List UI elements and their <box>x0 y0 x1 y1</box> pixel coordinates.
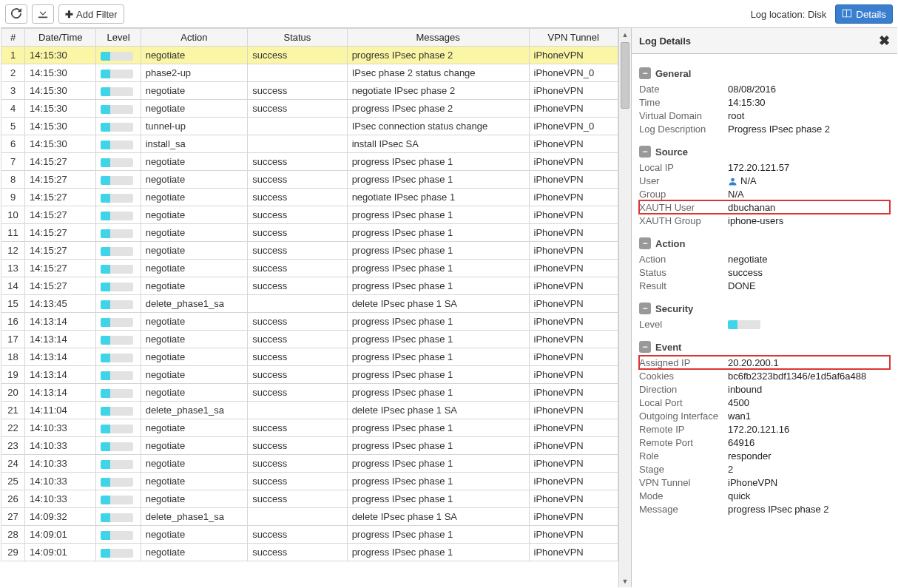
cell-vpn: iPhoneVPN <box>529 171 618 189</box>
table-row[interactable]: 2314:10:33negotiatesuccessprogress IPsec… <box>1 437 618 455</box>
field-value: responder <box>728 450 890 462</box>
cell-msg: progress IPsec phase 1 <box>347 366 529 384</box>
cell-vpn: iPhoneVPN <box>529 206 618 224</box>
table-row[interactable]: 2414:10:33negotiatesuccessprogress IPsec… <box>1 455 618 473</box>
cell-level <box>96 206 141 224</box>
table-row[interactable]: 1314:15:27negotiatesuccessprogress IPsec… <box>1 260 618 277</box>
table-row[interactable]: 2514:10:33negotiatesuccessprogress IPsec… <box>1 473 618 490</box>
cell-status: success <box>248 348 347 366</box>
level-bar-icon <box>101 70 133 78</box>
table-row[interactable]: 2214:10:33negotiatesuccessprogress IPsec… <box>1 419 618 437</box>
table-row[interactable]: 2014:13:14negotiatesuccessprogress IPsec… <box>1 384 618 402</box>
scroll-track[interactable] <box>619 41 631 575</box>
table-row[interactable]: 914:15:27negotiatesuccessnegotiate IPsec… <box>1 189 618 206</box>
field-key: Date <box>639 84 728 95</box>
table-row[interactable]: 1714:13:14negotiatesuccessprogress IPsec… <box>1 331 618 348</box>
level-bar-icon <box>101 158 133 167</box>
add-filter-button[interactable]: ✚Add Filter <box>58 4 124 24</box>
section-header-event[interactable]: −Event <box>639 341 890 353</box>
cell-time: 14:15:30 <box>25 64 96 82</box>
table-row[interactable]: 114:15:30negotiatesuccessprogress IPsec … <box>1 47 618 64</box>
refresh-button[interactable] <box>5 4 27 24</box>
table-row[interactable]: 1014:15:27negotiatesuccessprogress IPsec… <box>1 206 618 224</box>
cell-msg: progress IPsec phase 1 <box>347 171 529 189</box>
cell-msg: negotiate IPsec phase 1 <box>347 189 529 206</box>
cell-idx: 4 <box>1 100 25 118</box>
table-row[interactable]: 714:15:27negotiatesuccessprogress IPsec … <box>1 153 618 171</box>
hdr-action[interactable]: Action <box>141 29 248 47</box>
cell-time: 14:09:01 <box>25 526 96 544</box>
cell-action: negotiate <box>141 47 248 64</box>
cell-action: negotiate <box>141 490 248 508</box>
scroll-thumb[interactable] <box>621 42 629 109</box>
table-row[interactable]: 614:15:30install_sainstall IPsec SAiPhon… <box>1 135 618 153</box>
table-row[interactable]: 814:15:27negotiatesuccessprogress IPsec … <box>1 171 618 189</box>
section-header-security[interactable]: −Security <box>639 303 890 314</box>
cell-msg: progress IPsec phase 1 <box>347 277 529 295</box>
table-row[interactable]: 1514:13:45delete_phase1_sadelete IPsec p… <box>1 295 618 313</box>
cell-status: success <box>248 384 347 402</box>
field-key: Remote IP <box>639 424 728 435</box>
hdr-status[interactable]: Status <box>248 29 347 47</box>
table-row[interactable]: 1614:13:14negotiatesuccessprogress IPsec… <box>1 313 618 331</box>
section-header-action[interactable]: −Action <box>639 237 890 249</box>
collapse-icon[interactable]: − <box>639 303 651 314</box>
table-row[interactable]: 1114:15:27negotiatesuccessprogress IPsec… <box>1 224 618 242</box>
table-row[interactable]: 2114:11:04delete_phase1_sadelete IPsec p… <box>1 402 618 419</box>
cell-idx: 19 <box>1 366 25 384</box>
scroll-up-icon[interactable]: ▲ <box>619 28 631 41</box>
hdr-datetime[interactable]: Date/Time <box>25 29 96 47</box>
field-key: Mode <box>639 490 728 501</box>
cell-time: 14:15:27 <box>25 153 96 171</box>
cell-level <box>96 118 141 135</box>
table-row[interactable]: 2714:09:32delete_phase1_sadelete IPsec p… <box>1 508 618 526</box>
table-row[interactable]: 214:15:30phase2-upIPsec phase 2 status c… <box>1 64 618 82</box>
table-row[interactable]: 2814:09:01negotiatesuccessprogress IPsec… <box>1 526 618 544</box>
table-row[interactable]: 1814:13:14negotiatesuccessprogress IPsec… <box>1 348 618 366</box>
table-row[interactable]: 414:15:30negotiatesuccessprogress IPsec … <box>1 100 618 118</box>
table-row[interactable]: 314:15:30negotiatesuccessnegotiate IPsec… <box>1 82 618 100</box>
cell-level <box>96 153 141 171</box>
cell-time: 14:15:30 <box>25 82 96 100</box>
collapse-icon[interactable]: − <box>639 146 651 158</box>
hdr-messages[interactable]: Messages <box>347 29 529 47</box>
level-bar-icon <box>101 460 133 469</box>
cell-status: success <box>248 100 347 118</box>
cell-action: negotiate <box>141 260 248 277</box>
cell-time: 14:10:33 <box>25 490 96 508</box>
table-row[interactable]: 1914:13:14negotiatesuccessprogress IPsec… <box>1 366 618 384</box>
table-row[interactable]: 2914:09:01negotiatesuccessprogress IPsec… <box>1 544 618 561</box>
field-value: 20.20.200.1 <box>728 357 890 368</box>
scroll-down-icon[interactable]: ▼ <box>619 575 631 587</box>
cell-action: delete_phase1_sa <box>141 295 248 313</box>
details-button[interactable]: Details <box>835 4 893 24</box>
cell-status: success <box>248 544 347 561</box>
cell-action: negotiate <box>141 277 248 295</box>
cell-msg: progress IPsec phase 1 <box>347 473 529 490</box>
download-button[interactable] <box>32 4 54 24</box>
hdr-idx[interactable]: # <box>1 29 25 47</box>
cell-vpn: iPhoneVPN <box>529 135 618 153</box>
table-row[interactable]: 2614:10:33negotiatesuccessprogress IPsec… <box>1 490 618 508</box>
vertical-scrollbar[interactable]: ▲ ▼ <box>618 28 631 587</box>
table-row[interactable]: 514:15:30tunnel-upIPsec connection statu… <box>1 118 618 135</box>
close-icon[interactable]: ✖ <box>879 33 890 49</box>
section-header-source[interactable]: −Source <box>639 146 890 158</box>
field-source-3: XAUTH Userdbuchanan <box>639 200 890 214</box>
section-header-general[interactable]: −General <box>639 67 890 79</box>
collapse-icon[interactable]: − <box>639 67 651 79</box>
details-panel: Log Details ✖ −GeneralDate08/08/2016Time… <box>631 28 897 587</box>
details-header: Log Details ✖ <box>632 28 897 54</box>
hdr-level[interactable]: Level <box>96 29 141 47</box>
cell-vpn: iPhoneVPN <box>529 402 618 419</box>
field-value: 4500 <box>728 397 890 408</box>
cell-idx: 5 <box>1 118 25 135</box>
hdr-vpntunnel[interactable]: VPN Tunnel <box>529 29 618 47</box>
table-row[interactable]: 1414:15:27negotiatesuccessprogress IPsec… <box>1 277 618 295</box>
cell-level <box>96 455 141 473</box>
cell-level <box>96 384 141 402</box>
field-event-2: Directioninbound <box>639 382 890 396</box>
collapse-icon[interactable]: − <box>639 341 651 353</box>
table-row[interactable]: 1214:15:27negotiatesuccessprogress IPsec… <box>1 242 618 260</box>
collapse-icon[interactable]: − <box>639 237 651 249</box>
